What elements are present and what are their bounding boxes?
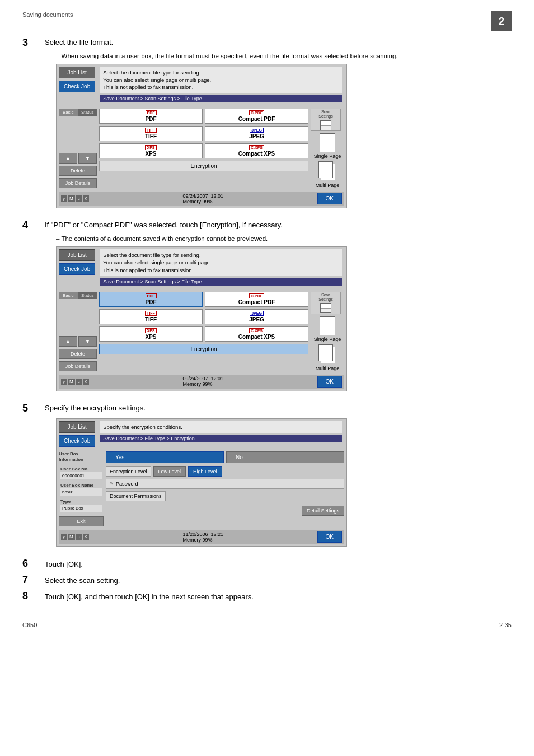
pdf-badge-2: PDF (146, 293, 157, 298)
check-job-button-3[interactable]: Check Job (59, 435, 95, 447)
job-list-button-3[interactable]: Job List (59, 421, 95, 433)
step-4-header: 4 If "PDF" or "Compact PDF" was selected… (22, 220, 512, 232)
jpeg-badge: JPEG (250, 128, 264, 133)
user-box-info-label: User Box Information (59, 451, 104, 463)
multi-page-icon-1 (318, 161, 336, 181)
step-8-text: Touch [OK], and then touch [OK] in the n… (45, 592, 254, 601)
nav-up-button-1[interactable]: ▲ (59, 153, 77, 164)
step-3: 3 Select the file format. When saving da… (22, 37, 512, 208)
footer-icon-m[interactable]: M (68, 195, 75, 202)
encryption-button-1[interactable]: Encryption (99, 161, 308, 171)
footer-icon-m-2[interactable]: M (68, 379, 75, 385)
page-header: Saving documents 2 (22, 11, 512, 31)
enc-main: Yes No Encryption Level Low Level High L… (106, 451, 344, 527)
pdf-button-1[interactable]: PDF PDF (99, 109, 203, 124)
compact-xps-button-1[interactable]: C.XPS Compact XPS (205, 143, 308, 158)
step-3-number: 3 (22, 37, 45, 49)
jpeg-badge-2: JPEG (250, 311, 264, 316)
user-box-name-item: User Box Name box01 (59, 482, 104, 497)
job-list-button-1[interactable]: Job List (59, 67, 95, 78)
xps-button-2[interactable]: XPS XPS (99, 326, 203, 342)
tiff-button-1[interactable]: TIFF TIFF (99, 126, 203, 141)
job-list-button-2[interactable]: Job List (59, 249, 95, 261)
job-details-button-2[interactable]: Job Details (59, 361, 97, 371)
detail-settings-button[interactable]: Detail Settings (302, 506, 344, 516)
enc-level-label: Encryption Level (106, 466, 151, 477)
step-6: 6 Touch [OK]. (22, 558, 512, 570)
low-level-button[interactable]: Low Level (153, 466, 186, 477)
footer-icon-k-3[interactable]: K (83, 534, 89, 540)
nav-down-button-2[interactable]: ▼ (78, 336, 97, 347)
compact-pdf-button-1[interactable]: C.PDF Compact PDF (205, 109, 308, 124)
step-3-header: 3 Select the file format. (22, 37, 512, 49)
pdf-button-2-selected[interactable]: PDF PDF (99, 292, 203, 307)
doc-permissions-button[interactable]: Document Permissions (106, 491, 166, 501)
step-6-text: Touch [OK]. (45, 560, 83, 568)
breadcrumb-1: Save Document > Scan Settings > File Typ… (100, 95, 342, 102)
footer-icon-y[interactable]: y (61, 195, 67, 202)
footer-icon-m-3[interactable]: M (68, 534, 75, 540)
ok-button-2[interactable]: OK (317, 376, 342, 388)
tiff-button-2[interactable]: TIFF TIFF (99, 309, 203, 324)
yes-button[interactable]: Yes (106, 451, 224, 463)
check-job-button-1[interactable]: Check Job (59, 81, 95, 92)
xps-badge-2: XPS (145, 328, 156, 333)
footer-icon-k[interactable]: K (83, 195, 89, 202)
step-8-number: 8 (22, 590, 45, 602)
jpeg-button-1[interactable]: JPEG JPEG (205, 126, 308, 141)
multi-page-icon-2 (318, 344, 336, 365)
cxps-badge: C.XPS (249, 145, 264, 150)
jpeg-button-2[interactable]: JPEG JPEG (205, 309, 308, 324)
tiff-badge-2: TIFF (145, 311, 157, 316)
step-3-title: Select the file format. (45, 37, 113, 46)
nav-up-button-2[interactable]: ▲ (59, 336, 77, 347)
compact-pdf-button-2[interactable]: C.PDF Compact PDF (205, 292, 308, 307)
enc-exit-button[interactable]: Exit (59, 516, 104, 526)
encryption-button-2[interactable]: Encryption (99, 344, 308, 354)
footer-status-3: y M c K (61, 534, 89, 540)
xps-button-1[interactable]: XPS XPS (99, 143, 203, 158)
job-details-button-1[interactable]: Job Details (59, 178, 97, 188)
footer-icon-y-3[interactable]: y (61, 534, 67, 540)
screen-1-footer: y M c K 09/24/2007 12:01 Memory 99% OK (59, 192, 344, 206)
single-page-label-1: Single Page (311, 133, 344, 159)
breadcrumb-3: Save Document > File Type > Encryption (100, 435, 342, 442)
screen-2: Job List Check Job Select the document f… (56, 246, 347, 391)
screen-1-main: PDF PDF C.PDF Compact PDF TIFF TIFF JPEG… (99, 109, 308, 188)
password-icon: ✎ (110, 481, 114, 486)
doc-permissions-area: Document Permissions (106, 491, 344, 503)
compact-xps-button-2[interactable]: C.XPS Compact XPS (205, 326, 308, 342)
check-job-button-2[interactable]: Check Job (59, 263, 95, 275)
footer-icon-c[interactable]: c (76, 195, 82, 202)
footer-icon-c-3[interactable]: c (76, 534, 82, 540)
no-button[interactable]: No (226, 451, 344, 463)
delete-button-1[interactable]: Delete (59, 166, 97, 176)
footer-status-1: y M c K (61, 195, 89, 202)
step-7: 7 Select the scan setting. (22, 574, 512, 586)
high-level-button[interactable]: High Level (188, 466, 222, 477)
password-button[interactable]: ✎ Password (106, 479, 344, 489)
multi-page-label-1: Multi Page (311, 161, 344, 188)
user-box-no-value: 000000001 (60, 472, 102, 479)
scan-settings-icon-2[interactable]: Scan Settings (311, 292, 341, 314)
single-page-icon-2 (320, 316, 335, 335)
sidebar-2-basic: Basic (59, 292, 78, 299)
delete-button-2[interactable]: Delete (59, 349, 97, 359)
nav-down-button-1[interactable]: ▼ (78, 153, 97, 164)
sidebar-2-header: Basic Status (59, 292, 97, 299)
screen-2-body: Basic Status ▲ ▼ Delete Job Details PDF … (57, 290, 346, 374)
footer-icon-k-2[interactable]: K (83, 379, 89, 385)
screen-1-body: Basic Status ▲ ▼ Delete Job Details PDF … (57, 106, 346, 190)
scan-settings-icon-1[interactable]: Scan Settings (311, 109, 341, 131)
ok-button-3[interactable]: OK (317, 531, 342, 543)
step-4-number: 4 (22, 220, 45, 232)
enc-nav-area: Exit (59, 514, 104, 526)
breadcrumb-2: Save Document > Scan Settings > File Typ… (100, 278, 342, 286)
footer-icon-y-2[interactable]: y (61, 379, 67, 385)
sidebar-nav-btns: ▲ ▼ (59, 153, 97, 164)
screen-2-main: PDF PDF C.PDF Compact PDF TIFF TIFF JPEG… (99, 292, 308, 371)
page-number: 2 (491, 11, 512, 31)
footer-icon-c-2[interactable]: c (76, 379, 82, 385)
enc-sidebar: User Box Information User Box No. 000000… (59, 451, 104, 527)
ok-button-1[interactable]: OK (317, 193, 342, 204)
